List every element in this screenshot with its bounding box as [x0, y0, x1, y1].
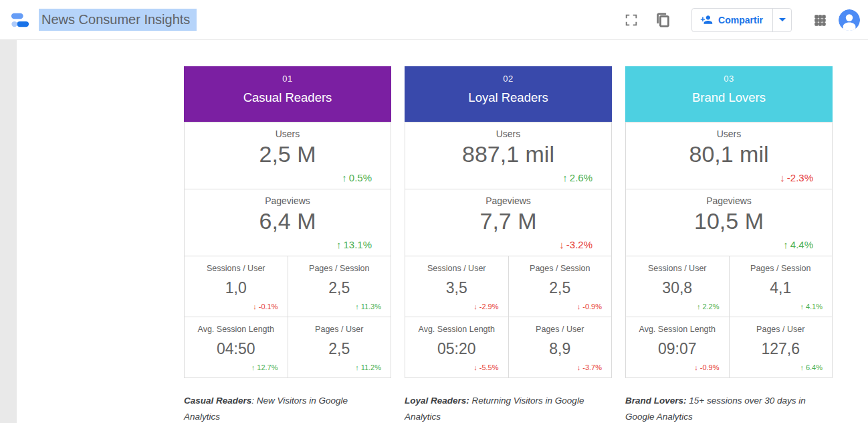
change-value: -3.7%	[582, 363, 602, 371]
scorecard-row: 01 Casual Readers Users 2,5 M 0.5% Pagev…	[0, 40, 868, 423]
change-value: 4.1%	[806, 303, 823, 311]
canvas-left-gutter	[0, 40, 17, 423]
metric-label: Avg. Session Length	[405, 317, 508, 334]
change-indicator: 13.1%	[336, 239, 372, 250]
metric-pageviews-cell[interactable]: Pageviews 10,5 M 4.4%	[626, 189, 832, 256]
change-value: -3.2%	[566, 239, 592, 250]
metric-value: 1,0	[185, 279, 288, 297]
metric-value: 2,5	[288, 279, 391, 297]
share-options-button[interactable]	[772, 9, 791, 31]
trend-arrow-icon	[355, 303, 359, 311]
change-value: -2.9%	[479, 303, 499, 311]
trend-arrow-icon	[577, 303, 581, 311]
trend-arrow-icon	[780, 172, 785, 183]
change-value: -0.9%	[582, 303, 602, 311]
segment-name: Casual Readers	[184, 90, 391, 105]
metric-label: Users	[405, 122, 611, 139]
trend-arrow-icon	[562, 172, 568, 183]
metric-label: Pages / Session	[730, 256, 833, 273]
trend-arrow-icon	[355, 363, 359, 371]
metric-avg-session-length-cell[interactable]: Avg. Session Length 05:20 -5.5%	[405, 317, 508, 377]
change-indicator: -0.1%	[253, 303, 278, 311]
metric-value: 2,5	[509, 279, 612, 297]
metric-sessions-per-user-cell[interactable]: Sessions / User 30,8 2.2%	[626, 256, 729, 317]
metric-pageviews-cell[interactable]: Pageviews 6,4 M 13.1%	[185, 189, 391, 256]
fullscreen-button[interactable]	[618, 7, 645, 33]
metric-label: Users	[185, 122, 391, 139]
metric-users-cell[interactable]: Users 887,1 mil 2.6%	[405, 122, 611, 189]
fullscreen-icon	[624, 13, 639, 27]
segment-footnote: Loyal Readers: Returning Visitors in Goo…	[405, 393, 600, 423]
segment-card-brand-lovers: 03 Brand Lovers Users 80,1 mil -2.3% Pag…	[625, 66, 833, 423]
metric-value: 8,9	[509, 340, 612, 358]
trend-arrow-icon	[336, 239, 342, 250]
copy-icon	[656, 13, 671, 27]
change-indicator: 11.3%	[355, 303, 381, 311]
change-indicator: 2.2%	[697, 303, 720, 311]
segment-name: Loyal Readers	[405, 90, 612, 105]
apps-grid-icon	[812, 13, 827, 27]
apps-grid-button[interactable]	[806, 7, 833, 33]
metric-value: 887,1 mil	[405, 141, 611, 167]
metric-value: 4,1	[730, 279, 833, 297]
change-value: 6.4%	[806, 363, 823, 371]
change-value: 11.3%	[361, 303, 381, 311]
change-value: 0.5%	[349, 172, 372, 183]
report-canvas: 01 Casual Readers Users 2,5 M 0.5% Pagev…	[0, 40, 868, 423]
metric-pages-per-session-cell[interactable]: Pages / Session 2,5 11.3%	[288, 256, 391, 317]
metric-avg-session-length-cell[interactable]: Avg. Session Length 04:50 12.7%	[185, 317, 288, 377]
trend-arrow-icon	[559, 239, 564, 250]
change-indicator: -3.2%	[559, 239, 592, 250]
change-value: -5.5%	[479, 363, 499, 371]
metric-value: 09:07	[626, 340, 729, 358]
share-split-button: Compartir	[691, 8, 792, 32]
change-value: 12.7%	[257, 363, 278, 371]
metric-pageviews-cell[interactable]: Pageviews 7,7 M -3.2%	[405, 189, 611, 256]
metric-sessions-per-user-cell[interactable]: Sessions / User 3,5 -2.9%	[405, 256, 508, 317]
metric-sessions-per-user-cell[interactable]: Sessions / User 1,0 -0.1%	[185, 256, 288, 317]
metric-label: Avg. Session Length	[185, 317, 288, 334]
segment-footnote: Brand Lovers: 15+ sessions over 30 days …	[625, 393, 821, 423]
share-button[interactable]: Compartir	[692, 9, 772, 31]
metric-pages-per-user-cell[interactable]: Pages / User 127,6 6.4%	[730, 317, 833, 377]
metric-users-cell[interactable]: Users 2,5 M 0.5%	[185, 122, 391, 189]
metric-pages-per-user-cell[interactable]: Pages / User 8,9 -3.7%	[509, 317, 612, 377]
metric-value: 2,5	[288, 340, 391, 358]
change-indicator: -3.7%	[577, 363, 602, 371]
footnote-term: Casual Readers	[184, 396, 251, 406]
topbar-actions: Compartir	[618, 7, 860, 33]
change-indicator: 4.1%	[800, 303, 823, 311]
metric-table: Users 2,5 M 0.5% Pageviews 6,4 M 13.1%	[184, 122, 391, 378]
share-button-label: Compartir	[718, 15, 763, 25]
segment-header: 02 Loyal Readers	[405, 66, 612, 122]
chevron-down-icon	[779, 18, 786, 21]
copy-report-button[interactable]	[650, 7, 677, 33]
top-app-bar: News Consumer Insights Compartir	[0, 0, 868, 40]
metric-pages-per-session-cell[interactable]: Pages / Session 4,1 4.1%	[730, 256, 833, 317]
trend-arrow-icon	[800, 303, 804, 311]
metric-avg-session-length-cell[interactable]: Avg. Session Length 09:07 -0.9%	[626, 317, 729, 377]
metric-value: 30,8	[626, 279, 729, 297]
trend-arrow-icon	[342, 172, 347, 183]
trend-arrow-icon	[697, 303, 701, 311]
metric-label: Pages / User	[288, 317, 391, 334]
metric-label: Pages / Session	[288, 256, 391, 273]
user-avatar[interactable]	[839, 9, 860, 31]
segment-index: 02	[405, 74, 612, 84]
metric-value: 10,5 M	[626, 208, 832, 234]
metric-pages-per-session-cell[interactable]: Pages / Session 2,5 -0.9%	[509, 256, 612, 317]
change-value: -2.3%	[787, 172, 813, 183]
change-indicator: -0.9%	[577, 303, 602, 311]
metric-label: Sessions / User	[405, 256, 508, 273]
metric-users-cell[interactable]: Users 80,1 mil -2.3%	[626, 122, 832, 189]
change-value: 13.1%	[343, 239, 372, 250]
report-title[interactable]: News Consumer Insights	[39, 9, 197, 31]
datastudio-logo-icon[interactable]	[8, 8, 32, 32]
metric-value: 80,1 mil	[626, 141, 832, 167]
metric-pages-per-user-cell[interactable]: Pages / User 2,5 11.2%	[288, 317, 391, 377]
metric-value: 04:50	[185, 340, 288, 358]
metric-value: 6,4 M	[185, 208, 391, 234]
trend-arrow-icon	[251, 363, 255, 371]
metric-table: Users 80,1 mil -2.3% Pageviews 10,5 M 4.…	[625, 122, 833, 378]
segment-header: 01 Casual Readers	[184, 66, 391, 122]
